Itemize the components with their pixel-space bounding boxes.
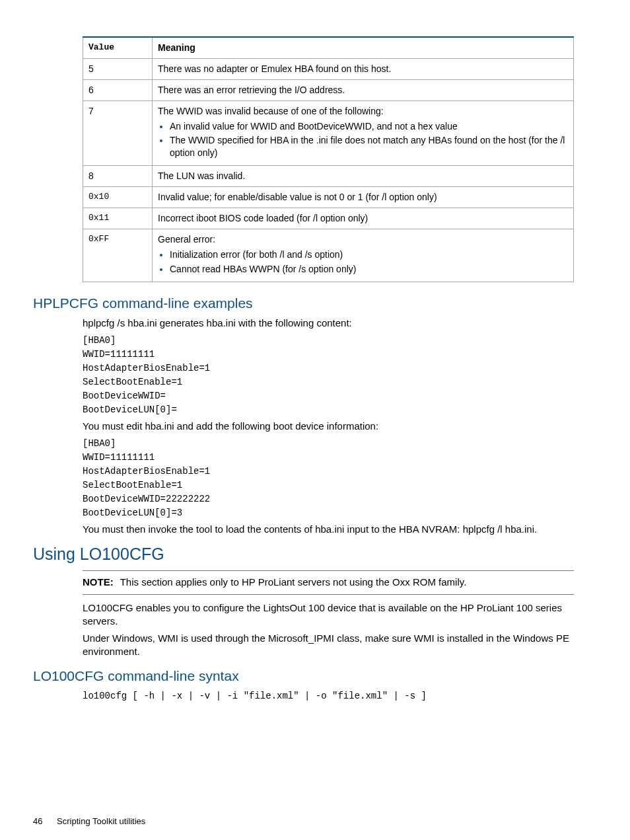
cell-meaning: The WWID was invalid because of one of t… bbox=[153, 100, 574, 166]
note-block: NOTE:This section applies only to HP Pro… bbox=[83, 570, 574, 594]
cell-meaning: The LUN was invalid. bbox=[153, 166, 574, 187]
th-value: Value bbox=[83, 37, 153, 58]
cell-value: 7 bbox=[83, 100, 153, 166]
code-block: [HBA0] WWID=11111111 HostAdapterBiosEnab… bbox=[83, 334, 574, 417]
code-block: lo100cfg [ -h | -x | -v | -i "file.xml" … bbox=[83, 689, 574, 703]
table-row: 7The WWID was invalid because of one of … bbox=[83, 100, 574, 166]
heading-lo100cfg-syntax: LO100CFG command-line syntax bbox=[33, 667, 574, 685]
cell-meaning: Invalid value; for enable/disable value … bbox=[153, 187, 574, 208]
table-row: 0x10Invalid value; for enable/disable va… bbox=[83, 187, 574, 208]
cell-meaning: General error:Initialization error (for … bbox=[153, 229, 574, 282]
paragraph: LO100CFG enables you to configure the Li… bbox=[83, 601, 574, 629]
table-row: 6There was an error retrieving the I/O a… bbox=[83, 79, 574, 100]
bullet-item: An invalid value for WWID and BootDevice… bbox=[170, 120, 568, 133]
heading-using-lo100cfg: Using LO100CFG bbox=[33, 543, 574, 566]
code-block: [HBA0] WWID=11111111 HostAdapterBiosEnab… bbox=[83, 437, 574, 520]
bullet-item: The WWID specified for HBA in the .ini f… bbox=[170, 134, 568, 159]
table-row: 0x11Incorrect iboot BIOS code loaded (fo… bbox=[83, 208, 574, 229]
paragraph: Under Windows, WMI is used through the M… bbox=[83, 632, 574, 659]
bullet-item: Cannot read HBAs WWPN (for /s option onl… bbox=[170, 263, 568, 276]
cell-value: 0x10 bbox=[83, 187, 153, 208]
error-codes-table: Value Meaning 5There was no adapter or E… bbox=[83, 36, 574, 282]
paragraph: You must then invoke the tool to load th… bbox=[83, 523, 574, 536]
cell-meaning: Incorrect iboot BIOS code loaded (for /l… bbox=[153, 208, 574, 229]
table-row: 8The LUN was invalid. bbox=[83, 166, 574, 187]
th-meaning: Meaning bbox=[153, 37, 574, 58]
heading-hplpcfg-examples: HPLPCFG command-line examples bbox=[33, 294, 574, 313]
cell-value: 5 bbox=[83, 58, 153, 79]
note-label: NOTE: bbox=[83, 576, 120, 588]
cell-value: 0x11 bbox=[83, 208, 153, 229]
cell-meaning: There was an error retrieving the I/O ad… bbox=[153, 79, 574, 100]
note-text: This section applies only to HP ProLiant… bbox=[120, 576, 467, 588]
page-footer: 46 Scripting Toolkit utilities bbox=[33, 816, 574, 827]
footer-title: Scripting Toolkit utilities bbox=[57, 816, 145, 826]
table-row: 5There was no adapter or Emulex HBA foun… bbox=[83, 58, 574, 79]
page-number: 46 bbox=[33, 816, 42, 827]
paragraph: You must edit hba.ini and add the follow… bbox=[83, 420, 574, 433]
bullet-list: An invalid value for WWID and BootDevice… bbox=[170, 120, 568, 160]
cell-value: 0xFF bbox=[83, 229, 153, 282]
bullet-item: Initialization error (for both /l and /s… bbox=[170, 248, 568, 261]
cell-value: 6 bbox=[83, 79, 153, 100]
cell-meaning: There was no adapter or Emulex HBA found… bbox=[153, 58, 574, 79]
table-row: 0xFFGeneral error:Initialization error (… bbox=[83, 229, 574, 282]
cell-value: 8 bbox=[83, 166, 153, 187]
paragraph: hplpcfg /s hba.ini generates hba.ini wit… bbox=[83, 317, 574, 330]
bullet-list: Initialization error (for both /l and /s… bbox=[170, 248, 568, 276]
